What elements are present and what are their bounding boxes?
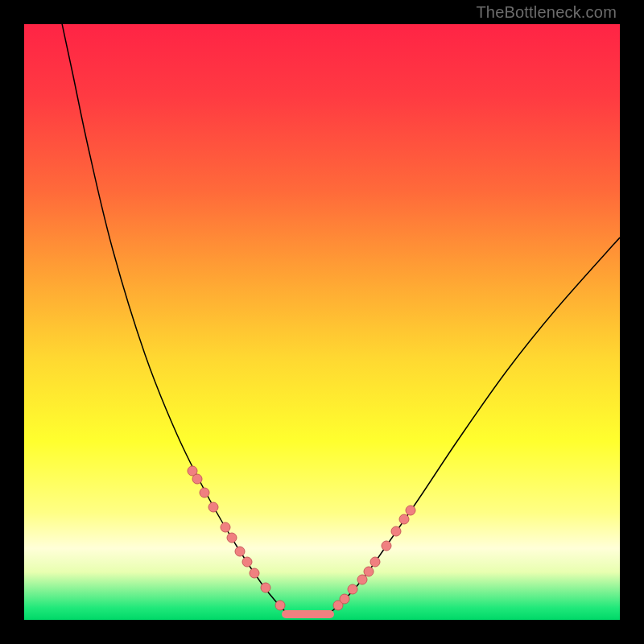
data-point xyxy=(221,522,230,532)
data-point xyxy=(348,584,357,594)
watermark-text: TheBottleneck.com xyxy=(476,3,617,22)
curve-right xyxy=(324,237,620,617)
data-point xyxy=(261,583,270,592)
data-point xyxy=(357,575,367,584)
data-point xyxy=(382,541,391,551)
chart-area xyxy=(24,24,620,620)
data-point xyxy=(192,474,202,484)
data-point xyxy=(364,567,374,576)
data-point xyxy=(399,514,409,524)
curve-left xyxy=(60,24,291,617)
dots-right-group xyxy=(333,506,415,610)
data-point xyxy=(250,568,259,578)
data-point xyxy=(275,601,285,610)
data-point xyxy=(208,502,218,512)
data-point xyxy=(242,557,252,567)
dots-left-group xyxy=(188,466,285,610)
data-point xyxy=(340,594,349,604)
data-point xyxy=(235,547,245,556)
data-point xyxy=(370,557,380,567)
data-point xyxy=(227,533,237,543)
data-point xyxy=(200,488,209,497)
data-point xyxy=(406,506,415,515)
chart-svg xyxy=(24,24,620,620)
data-point xyxy=(391,526,401,536)
